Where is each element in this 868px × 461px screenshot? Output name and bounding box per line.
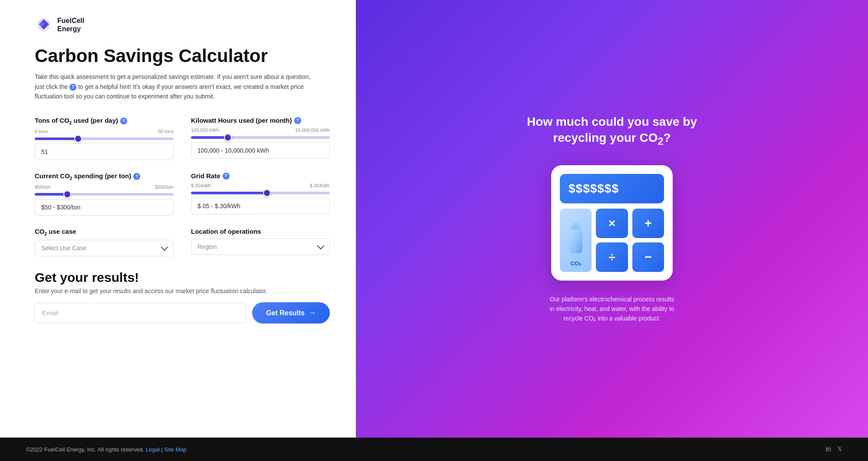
spending-hint-icon[interactable]: ? <box>133 173 140 180</box>
co2-slider[interactable] <box>35 137 174 140</box>
co2-hint-icon[interactable]: ? <box>120 118 127 124</box>
sitemap-link[interactable]: Site Map <box>164 446 186 453</box>
right-panel-description: Our platform's electrochemical process r… <box>547 294 677 324</box>
spending-range-labels: $50/ton $300/ton <box>35 184 174 190</box>
logo: FuelCell Energy <box>35 16 330 34</box>
results-title: Get your results! <box>35 270 330 285</box>
calc-add-btn: + <box>632 209 664 238</box>
use-case-field: CO2 use case Select Use Case <box>35 228 174 256</box>
calc-multiply-btn: × <box>596 209 628 238</box>
kwh-hint-icon[interactable]: ? <box>294 117 301 124</box>
use-case-label: CO2 use case <box>35 228 174 236</box>
grid-value: $.05 - $.30/kWh <box>191 198 330 214</box>
spending-value: $50 - $300/ton <box>35 199 174 216</box>
use-case-chevron-icon <box>161 244 168 251</box>
footer: ©2022 FuelCell Energy, Inc. All rights r… <box>0 438 868 461</box>
location-field: Location of operations Region <box>191 228 330 256</box>
kwh-label: Kilowatt Hours used (per month) ? <box>191 117 330 124</box>
co2-field: Tons of CO2 used (per day) ? 0 tons 50 t… <box>35 117 174 160</box>
kwh-field: Kilowatt Hours used (per month) ? 100,00… <box>191 117 330 160</box>
kwh-slider[interactable] <box>191 136 330 139</box>
grid-rate-field: Grid Rate ? $.05/kWh $.30/kWh $.05 - $.3… <box>191 172 330 216</box>
location-select[interactable]: Region <box>191 239 330 255</box>
calculator-form: Tons of CO2 used (per day) ? 0 tons 50 t… <box>35 117 330 256</box>
kwh-value: 100,000 - 10,000,000 kWh <box>191 142 330 159</box>
co2-bottle-label: CO₂ <box>570 260 581 267</box>
page-description: Take this quick assessment to get a pers… <box>35 72 312 101</box>
linkedin-icon[interactable]: in <box>826 445 831 453</box>
location-label: Location of operations <box>191 228 330 235</box>
right-panel: How much could you save byrecycling your… <box>356 0 868 438</box>
calc-display-text: $$$$$$$ <box>569 182 655 196</box>
arrow-right-icon: → <box>308 308 316 317</box>
calc-display: $$$$$$$ <box>560 174 664 203</box>
left-panel: FuelCell Energy Carbon Savings Calculato… <box>0 0 356 438</box>
grid-hint-icon[interactable]: ? <box>223 173 230 180</box>
svg-rect-3 <box>569 230 582 253</box>
email-input[interactable] <box>35 303 246 323</box>
get-results-button[interactable]: Get Results → <box>252 302 330 324</box>
twitter-icon[interactable]: 𝕏 <box>837 445 842 453</box>
footer-social-icons: in 𝕏 <box>826 445 842 453</box>
co2-value: 51 <box>35 144 174 160</box>
calc-divide-btn: ÷ <box>596 242 628 272</box>
calc-subtract-btn: − <box>632 242 664 272</box>
calc-buttons-grid: × + <box>560 209 664 272</box>
page-title: Carbon Savings Calculator <box>35 46 330 66</box>
right-panel-title: How much could you save byrecycling your… <box>527 114 697 147</box>
email-row: Get Results → <box>35 302 330 324</box>
results-section: Get your results! Enter your e-mail to g… <box>35 270 330 324</box>
co2-bottle-icon <box>565 223 587 258</box>
co2-range-labels: 0 tons 50 tons <box>35 129 174 134</box>
grid-slider[interactable] <box>191 192 330 194</box>
grid-range-labels: $.05/kWh $.30/kWh <box>191 183 330 188</box>
location-chevron-icon <box>317 242 325 250</box>
legal-link[interactable]: Legal <box>146 446 160 453</box>
co2-label: Tons of CO2 used (per day) ? <box>35 117 174 125</box>
footer-left: ©2022 FuelCell Energy, Inc. All rights r… <box>26 446 187 453</box>
spending-field: Current CO2 spending (per ton) ? $50/ton… <box>35 172 174 216</box>
spending-label: Current CO2 spending (per ton) ? <box>35 172 174 181</box>
fuelcell-logo-icon <box>35 16 53 34</box>
grid-rate-label: Grid Rate ? <box>191 172 330 180</box>
kwh-range-labels: 100,000 kWh 10,000,000 kWh <box>191 128 330 133</box>
calc-co2-bottle-btn: CO₂ <box>560 209 592 272</box>
hint-icon-inline[interactable]: ? <box>69 84 76 91</box>
results-subtitle: Enter your e-mail to get your results an… <box>35 288 330 294</box>
logo-text: FuelCell Energy <box>57 16 84 33</box>
calculator-card: $$$$$$$ × + <box>551 165 673 281</box>
use-case-select[interactable]: Select Use Case <box>35 240 174 256</box>
spending-slider[interactable] <box>35 193 174 196</box>
